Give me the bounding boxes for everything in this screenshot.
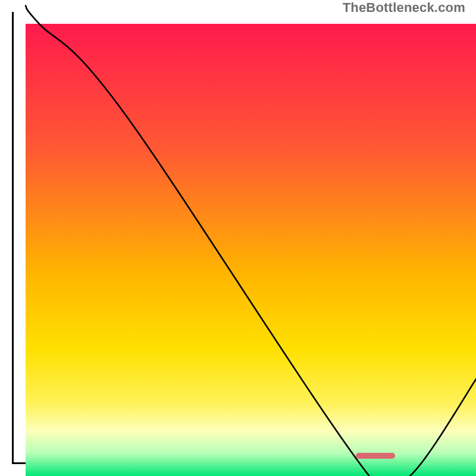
chart-frame: TheBottleneck.com: [0, 0, 476, 476]
gradient-background: [26, 24, 476, 476]
plot-area: [12, 12, 464, 464]
plot-svg: [26, 24, 476, 476]
optimal-range-marker: [356, 453, 396, 459]
